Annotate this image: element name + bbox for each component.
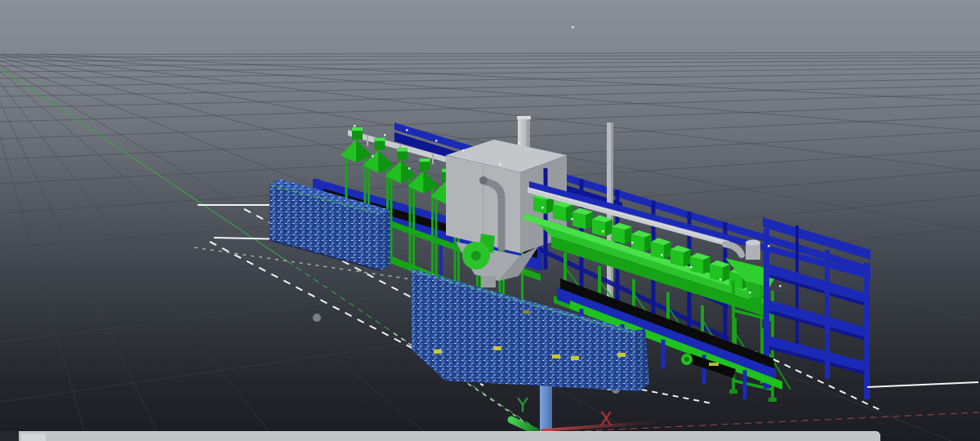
viewport-3d[interactable]: Y X xyxy=(0,0,980,441)
grid-axis-green-line xyxy=(0,69,287,261)
scene-canvas[interactable]: Y X xyxy=(0,0,980,441)
axis-gizmo: Y X xyxy=(511,394,655,431)
bottom-bar xyxy=(0,431,880,441)
bottom-bar-dark-button[interactable] xyxy=(0,431,19,441)
axis-x-label: X xyxy=(599,408,612,430)
axis-y-label: Y xyxy=(516,394,529,416)
wireframe-machine-center[interactable] xyxy=(412,269,649,391)
bottom-bar-light-button[interactable] xyxy=(21,434,46,441)
axis-y-bar xyxy=(511,420,536,431)
axis-x-bar xyxy=(542,422,655,430)
